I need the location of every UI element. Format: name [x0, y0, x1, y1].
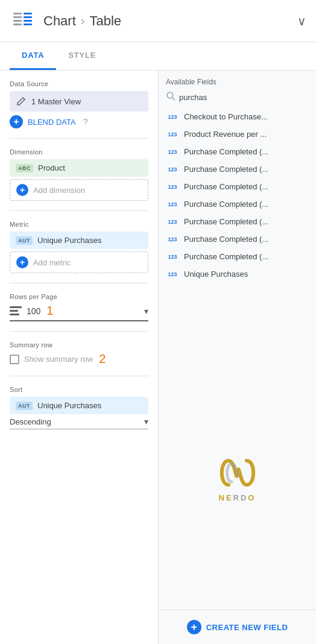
blend-data-plus[interactable]: + — [10, 115, 23, 128]
field-item[interactable]: 123 Product Revenue per ... — [159, 125, 316, 143]
divider-1 — [10, 138, 148, 139]
divider-3 — [10, 283, 148, 283]
svg-rect-6 — [24, 20, 32, 22]
breadcrumb: Chart › Table — [43, 13, 297, 29]
field-name: Purchase Completed (... — [184, 217, 268, 226]
data-source-button[interactable]: 1 Master View — [10, 91, 148, 112]
breadcrumb-table[interactable]: Table — [89, 13, 121, 29]
data-source-label: Data Source — [10, 80, 148, 87]
svg-rect-10 — [10, 314, 19, 315]
field-name: Unique Purchases — [184, 270, 248, 279]
sort-type-badge: AUT — [16, 402, 33, 410]
descending-row[interactable]: Descending ▾ — [10, 417, 148, 429]
svg-rect-7 — [24, 24, 32, 25]
field-item[interactable]: 123 Purchase Completed (... — [159, 248, 316, 265]
pencil-icon — [16, 96, 27, 107]
data-source-section: Data Source 1 Master View + BLEND DATA ? — [10, 80, 148, 128]
field-item[interactable]: 123 Checkout to Purchase... — [159, 108, 316, 125]
svg-rect-4 — [24, 13, 32, 14]
summary-row-text: Show summary row — [24, 355, 93, 364]
nerdo-text: NERDO — [219, 493, 256, 502]
metric-name: Unique Purchases — [37, 236, 101, 245]
field-name: Purchase Completed (... — [184, 252, 268, 261]
field-type-badge: 123 — [166, 201, 179, 207]
metric-section: Metric AUT Unique Purchases + Add metric — [10, 221, 148, 273]
field-name: Checkout to Purchase... — [184, 112, 268, 121]
field-type-badge: 123 — [166, 271, 179, 277]
data-source-name: 1 Master View — [31, 97, 81, 106]
summary-row-label: Summary row — [10, 341, 148, 349]
svg-rect-1 — [13, 16, 22, 18]
rows-per-page-section: Rows per Page 100 1 ▾ — [10, 293, 148, 321]
summary-row-controls: Show summary row 2 — [10, 352, 148, 366]
svg-point-11 — [167, 92, 173, 98]
rows-dropdown-icon[interactable]: ▾ — [144, 306, 148, 316]
svg-rect-9 — [10, 310, 18, 312]
field-item[interactable]: 123 Purchase Completed (... — [159, 230, 316, 248]
metric-type-badge: AUT — [16, 236, 33, 245]
create-new-field-label: CREATE NEW FIELD — [206, 623, 288, 632]
field-item[interactable]: 123 Purchase Completed (... — [159, 195, 316, 213]
rows-value: 100 — [27, 306, 40, 316]
right-panel: Available Fields purchas 123 Checkout to… — [159, 71, 316, 644]
descending-label: Descending — [10, 417, 144, 426]
header: Chart › Table ∨ — [0, 0, 316, 42]
field-name: Product Revenue per ... — [184, 130, 267, 139]
create-field-plus-icon: + — [187, 620, 201, 634]
field-type-badge: 123 — [166, 219, 179, 225]
field-item[interactable]: 123 Purchase Completed (... — [159, 160, 316, 178]
sort-chip[interactable]: AUT Unique Purchases — [10, 397, 148, 414]
dimension-chip[interactable]: ABC Product — [10, 159, 148, 177]
rows-per-page-label: Rows per Page — [10, 293, 148, 300]
field-item[interactable]: 123 Purchase Completed (... — [159, 213, 316, 230]
breadcrumb-chart[interactable]: Chart — [43, 13, 76, 29]
field-name: Purchase Completed (... — [184, 182, 268, 191]
field-name: Purchase Completed (... — [184, 200, 268, 209]
nerdo-ring-icon — [216, 455, 259, 491]
create-new-field-footer[interactable]: + CREATE NEW FIELD — [159, 610, 316, 644]
available-fields-header: Available Fields — [159, 71, 316, 91]
field-type-badge: 123 — [166, 166, 179, 172]
header-dropdown-icon[interactable]: ∨ — [297, 14, 306, 28]
summary-row-checkbox[interactable] — [10, 355, 19, 364]
tabs-bar: DATA STYLE — [0, 42, 316, 71]
descending-dropdown-icon: ▾ — [144, 417, 148, 426]
field-type-badge: 123 — [166, 149, 179, 155]
field-type-badge: 123 — [166, 131, 179, 137]
sort-label: Sort — [10, 386, 148, 393]
svg-rect-0 — [13, 13, 22, 14]
divider-2 — [10, 210, 148, 211]
rows-icon — [10, 305, 22, 317]
search-value[interactable]: purchas — [179, 93, 207, 102]
tab-style[interactable]: STYLE — [56, 42, 108, 70]
divider-4 — [10, 331, 148, 332]
svg-rect-8 — [10, 306, 22, 308]
add-dimension-button[interactable]: + Add dimension — [10, 179, 148, 201]
field-item[interactable]: 123 Purchase Completed (... — [159, 143, 316, 160]
blend-data-label[interactable]: BLEND DATA — [28, 118, 76, 127]
sort-name: Unique Purchases — [37, 401, 101, 410]
add-dimension-label: Add dimension — [33, 186, 85, 195]
metric-chip[interactable]: AUT Unique Purchases — [10, 232, 148, 249]
tab-data[interactable]: DATA — [10, 42, 56, 70]
chart-icon — [10, 8, 36, 34]
dimension-name: Product — [38, 163, 65, 172]
help-icon[interactable]: ? — [83, 117, 88, 127]
nerdo-logo: NERDO — [216, 455, 259, 502]
svg-rect-5 — [24, 16, 32, 18]
field-name: Purchase Completed (... — [184, 147, 268, 156]
summary-row-section: Summary row Show summary row 2 — [10, 341, 148, 366]
dimension-type-badge: ABC — [16, 164, 33, 172]
dimension-section: Dimension ABC Product + Add dimension — [10, 148, 148, 201]
field-name: Purchase Completed (... — [184, 165, 268, 174]
field-item[interactable]: 123 Purchase Completed (... — [159, 178, 316, 195]
svg-rect-2 — [13, 20, 22, 22]
add-metric-button[interactable]: + Add metric — [10, 251, 148, 273]
field-type-badge: 123 — [166, 254, 179, 260]
rows-per-page-row[interactable]: 100 1 ▾ — [10, 304, 148, 321]
svg-line-12 — [172, 98, 175, 100]
summary-badge: 2 — [99, 352, 106, 366]
app-container: Chart › Table ∨ DATA STYLE Data Source — [0, 0, 316, 644]
field-item[interactable]: 123 Unique Purchases — [159, 265, 316, 283]
blend-data-row: + BLEND DATA ? — [10, 115, 148, 128]
